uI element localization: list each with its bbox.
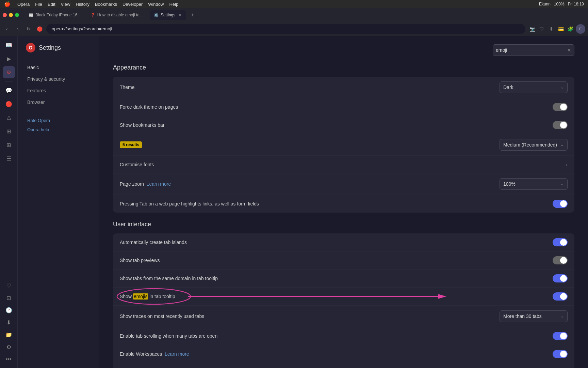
settings-page-title: Settings	[39, 44, 61, 51]
opera-help-link[interactable]: Opera help	[23, 125, 94, 134]
sidebar-download-icon[interactable]: ⬇	[3, 316, 15, 328]
main-layout: 📖 ▶ ⚙ 💬 🔴 ⚠ ⊞ ⊞ ☰ ♡ ⊡ 🕐 ⬇ 📁 ⚙ ••• O Sett…	[0, 36, 588, 368]
force-dark-toggle[interactable]	[553, 103, 568, 111]
minimize-button[interactable]	[9, 13, 13, 17]
tab-previews-knob	[560, 257, 567, 264]
tab-highlight-toggle[interactable]	[553, 200, 568, 208]
customise-fonts-row[interactable]: Customise fonts ›	[113, 156, 574, 173]
theme-value: Dark	[503, 85, 513, 90]
workspaces-row: Enable Workspaces Learn more	[113, 345, 574, 363]
bookmarks-bar-row: Show bookmarks bar	[113, 116, 574, 134]
sidebar-player-icon[interactable]: ▶	[3, 52, 15, 65]
toolbar-icons: 📷 ♡ ⬇ 💳 🧩 E	[528, 24, 585, 34]
sidebar-tab-icon[interactable]: ⊡	[3, 292, 15, 304]
zoom-dropdown[interactable]: 100% ⌄	[500, 178, 568, 190]
theme-dropdown[interactable]: Dark ⌄	[500, 81, 568, 93]
tab-islands-toggle[interactable]	[553, 238, 568, 246]
bookmarks-bar-label: Show bookmarks bar	[120, 122, 553, 128]
sidebar-heart-icon[interactable]: ♡	[3, 279, 15, 292]
nav-browser[interactable]: Browser	[23, 97, 94, 108]
fullscreen-button[interactable]	[15, 13, 19, 17]
workspaces-toggle[interactable]	[553, 350, 568, 358]
menu-history[interactable]: History	[76, 2, 89, 7]
domain-tooltip-row: Show tabs from the same domain in tab to…	[113, 270, 574, 288]
menu-developer[interactable]: Developer	[122, 2, 143, 7]
results-badge: 5 results	[120, 141, 142, 148]
recent-traces-arrow: ⌄	[560, 314, 564, 319]
close-button[interactable]	[3, 13, 7, 17]
emoji-tooltip-toggle[interactable]	[553, 292, 568, 301]
tab-previews-toggle[interactable]	[553, 256, 568, 264]
size-dropdown[interactable]: Medium (Recommended) ⌄	[500, 139, 568, 151]
search-clear-button[interactable]: ✕	[567, 47, 571, 53]
wallet-icon[interactable]: 💳	[557, 25, 565, 33]
browser-chrome: 📰 Black Friday iPhone 16 | ❓ How to disa…	[0, 8, 588, 36]
customise-fonts-chevron: ›	[566, 162, 568, 167]
sidebar-warning-icon[interactable]: ⚠	[3, 111, 15, 124]
emoji-tooltip-row: Show emojis in tab tooltip	[113, 288, 574, 306]
sidebar-grid-icon[interactable]: ⊞	[3, 139, 15, 151]
sidebar-clock-icon[interactable]: 🕐	[3, 304, 15, 316]
sidebar-apps-icon[interactable]: ⊞	[3, 125, 15, 137]
force-dark-row: Force dark theme on pages	[113, 98, 574, 116]
settings-search-input[interactable]	[496, 47, 565, 53]
forward-button[interactable]: ›	[14, 25, 22, 33]
menu-window[interactable]: Window	[148, 2, 164, 7]
customise-fonts-label: Customise fonts	[120, 162, 566, 167]
menu-opera[interactable]: Opera	[17, 2, 30, 7]
tab-3[interactable]: ⚙️ Settings ✕	[150, 10, 186, 20]
tab-3-close[interactable]: ✕	[179, 13, 182, 17]
back-button[interactable]: ‹	[3, 25, 11, 33]
tab-highlight-label: Pressing Tab on a web page highlights li…	[120, 201, 553, 206]
sidebar-bookmarks-icon[interactable]: 📖	[3, 39, 15, 51]
sidebar-messages-icon[interactable]: 💬	[3, 84, 15, 96]
domain-tooltip-toggle[interactable]	[553, 274, 568, 282]
tab-scrolling-toggle[interactable]	[553, 332, 568, 340]
sidebar-cog-icon[interactable]: ⚙	[3, 341, 15, 353]
refresh-button[interactable]: ↻	[24, 25, 33, 33]
menu-view[interactable]: View	[61, 2, 70, 7]
sidebar-panel-icon[interactable]: ☰	[3, 152, 15, 165]
workspaces-learn-more-link[interactable]: Learn more	[165, 351, 189, 357]
bookmark-icon[interactable]: ♡	[538, 25, 546, 33]
page-zoom-learn-more-link[interactable]: Learn more	[147, 181, 171, 187]
new-tab-button[interactable]: +	[189, 11, 197, 19]
tab-3-icon: ⚙️	[154, 13, 159, 17]
page-zoom-label: Page zoom Learn more	[120, 181, 500, 187]
sidebar-settings-icon[interactable]: ⚙	[3, 66, 15, 78]
apple-menu[interactable]: 🍎	[4, 1, 11, 7]
tab-2[interactable]: ❓ How to disable emoji ta...	[86, 10, 147, 20]
page-zoom-row: Page zoom Learn more 100% ⌄	[113, 173, 574, 195]
zoom-dropdown-arrow: ⌄	[560, 182, 564, 186]
address-input[interactable]	[46, 24, 525, 34]
sidebar-folder-icon[interactable]: 📁	[3, 328, 15, 341]
menu-file[interactable]: File	[35, 2, 42, 7]
extensions-icon[interactable]: 🧩	[566, 25, 574, 33]
profile-avatar[interactable]: E	[576, 24, 585, 34]
force-dark-label: Force dark theme on pages	[120, 104, 553, 110]
sidebar-divider-1	[5, 81, 13, 81]
home-button[interactable]: 🔴	[35, 25, 44, 33]
settings-search-box[interactable]: ✕	[493, 44, 574, 56]
snapshot-icon[interactable]: 📷	[528, 25, 536, 33]
nav-basic[interactable]: Basic	[23, 62, 94, 73]
tab-2-label: How to disable emoji ta...	[97, 13, 143, 17]
emoji-tooltip-knob	[560, 293, 567, 300]
nav-features[interactable]: Features	[23, 85, 94, 96]
rate-opera-link[interactable]: Rate Opera	[23, 116, 94, 125]
nav-privacy[interactable]: Privacy & security	[23, 74, 94, 85]
sidebar-more-icon[interactable]: •••	[3, 353, 15, 365]
sidebar-opera-icon[interactable]: 🔴	[3, 98, 15, 110]
tab-1-label: Black Friday iPhone 16 |	[35, 13, 80, 17]
emoji-highlight: emojis	[133, 293, 148, 300]
menubar-time: Fri 18:19	[568, 2, 584, 6]
menu-bookmarks[interactable]: Bookmarks	[95, 2, 117, 7]
tab-1[interactable]: 📰 Black Friday iPhone 16 |	[24, 10, 84, 20]
menu-help[interactable]: Help	[169, 2, 178, 7]
bookmarks-bar-toggle[interactable]	[553, 121, 568, 129]
download-icon[interactable]: ⬇	[547, 25, 555, 33]
tab-scrolling-row: Enable tab scrolling when many tabs are …	[113, 327, 574, 345]
menu-edit[interactable]: Edit	[48, 2, 55, 7]
size-value: Medium (Recommended)	[503, 142, 557, 148]
recent-traces-dropdown[interactable]: More than 30 tabs ⌄	[500, 310, 568, 322]
